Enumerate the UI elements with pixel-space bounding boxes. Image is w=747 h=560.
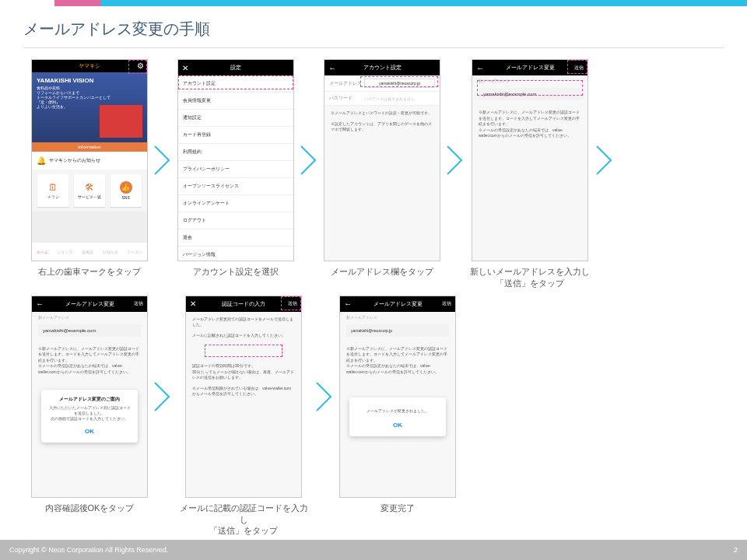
note-text: ※設定したアカウントは、アプリを閉じのデータを他のスマホで閲覧します。 xyxy=(324,121,440,138)
item-quit[interactable]: 退会 xyxy=(178,229,293,247)
item-card[interactable]: カード再登録 xyxy=(178,127,293,144)
back-icon[interactable]: ← xyxy=(328,64,336,72)
dialog-body: メールアドレスが変更されました。 xyxy=(356,408,440,414)
note-text: ※メールアドレスとパスワードの設定・変更が可能です。 xyxy=(324,106,440,121)
screen-header: ← メールアドレス変更 送信 xyxy=(32,296,147,312)
item-version[interactable]: バージョン情報 xyxy=(178,247,293,261)
password-label: パスワード xyxy=(329,95,364,102)
send-button[interactable]: 送信 xyxy=(134,300,143,307)
footer: Copyright © Neos Corporation All Rights … xyxy=(0,540,747,560)
page-title: メールアドレス変更の手順 xyxy=(0,6,747,47)
step-7: ← メールアドレス変更 送信 新メールアドレス yamakishi@neosco… xyxy=(339,296,456,514)
info-text: 認証コードの有効時間は30分です。 30分たってもメールが届かない場合は、再度、… xyxy=(186,359,301,386)
info-text: ※メール受信制限がされている場合は、value-wallet.comからメール受… xyxy=(186,386,301,402)
item-survey[interactable]: オンラインアンケート xyxy=(178,195,293,212)
email-label: メールアドレス xyxy=(329,80,364,87)
arrow-icon xyxy=(151,59,174,261)
brand-label: ヤマキシ xyxy=(79,63,100,68)
item-notify[interactable]: 通知設定 xyxy=(178,110,293,127)
item-logout[interactable]: ログアウト xyxy=(178,212,293,229)
tile-row: 🗓チラシ 🛠サービス一覧 👍SNS xyxy=(32,170,147,212)
tab-bar: ホーム ショップ 会員証 お知らせ クーポン xyxy=(32,242,147,261)
phone-screen-1: ヤマキシ ⚙ YAMAKISHI VISION 食料品や衣料、 リフォームからバ… xyxy=(31,59,148,261)
dialog-title: メールアドレス変更のご案内 xyxy=(47,396,132,403)
tab-coupon[interactable]: クーポン xyxy=(127,250,142,254)
phone-screen-2: ✕ 設定 アカウント設定 会員情報変更 通知設定 カード再登録 利用規約 プライ… xyxy=(177,59,294,261)
step-caption: 新しいメールアドレスを入力し 「送信」をタップ xyxy=(470,266,590,289)
note-text: ※新メールアドレスに、メールアドレス変更の認証コードを送付します。コードを入力し… xyxy=(472,105,587,144)
code-input-highlight[interactable] xyxy=(205,345,282,357)
item-oss[interactable]: オープンソースライセンス xyxy=(178,178,293,195)
tile-sns[interactable]: 👍SNS xyxy=(110,174,142,207)
highlight-input xyxy=(477,80,583,96)
field-label: 新メールアドレス xyxy=(340,312,455,320)
info-text: メールに記載された認証コードを入力してください。 xyxy=(186,333,301,344)
step-5: ← メールアドレス変更 送信 新メールアドレス yamakishi@exampl… xyxy=(31,296,148,514)
arrow-icon xyxy=(297,59,321,261)
step-row-1: ヤマキシ ⚙ YAMAKISHI VISION 食料品や衣料、 リフォームからバ… xyxy=(31,59,739,289)
item-member[interactable]: 会員情報変更 xyxy=(178,93,293,110)
close-icon[interactable]: ✕ xyxy=(182,64,188,72)
flyer-icon: 🗓 xyxy=(48,182,58,193)
ok-button[interactable]: OK xyxy=(356,420,440,430)
arrow-icon xyxy=(313,296,336,498)
step-2: ✕ 設定 アカウント設定 会員情報変更 通知設定 カード再登録 利用規約 プライ… xyxy=(177,59,294,278)
phone-screen-5: ← メールアドレス変更 送信 新メールアドレス yamakishi@exampl… xyxy=(31,296,148,498)
tile-services[interactable]: 🛠サービス一覧 xyxy=(74,174,105,207)
password-placeholder: パスワードは表示されません xyxy=(364,96,435,101)
confirm-dialog: メールアドレス変更のご案内 入力いただいたメールアドレス宛に認証コードを送信しま… xyxy=(41,390,138,443)
phone-screen-4: ← メールアドレス変更 送信 新メールアドレス yamakishi@exampl… xyxy=(472,59,588,261)
notice-bar[interactable]: 🔔 ヤマキシからのお知らせ xyxy=(32,152,147,170)
tile-label: SNS xyxy=(122,195,130,200)
hero-banner: YAMAKISHI VISION 食料品や衣料、 リフォームからバスまで トータ… xyxy=(32,72,147,142)
item-privacy[interactable]: プライバシーポリシー xyxy=(178,161,293,178)
hero-title: YAMAKISHI VISION xyxy=(37,77,142,84)
phone-screen-6: ✕ 認証コードの入力 送信 メールアドレス変更宛ての認証コードをメールで送信しま… xyxy=(185,296,302,498)
arrow-icon xyxy=(151,296,174,498)
header-title: アカウント設定 xyxy=(363,64,402,72)
back-icon[interactable]: ← xyxy=(476,64,484,72)
highlight-email xyxy=(360,76,438,87)
step-caption: 変更完了 xyxy=(381,502,415,514)
step-caption: アカウント設定を選択 xyxy=(193,266,279,278)
step-caption: 内容確認後OKをタップ xyxy=(45,502,135,514)
step-caption: メールアドレス欄をタップ xyxy=(331,266,433,278)
phone-screen-3: ← アカウント設定 メールアドレス yamakishi@neoscorp.jp … xyxy=(324,59,440,261)
header-title: メールアドレス変更 xyxy=(374,300,423,308)
note-text: ※新メールアドレスに、メールアドレス変更の認証コードを送付します。コードを入力し… xyxy=(32,341,147,380)
screen-header: ← メールアドレス変更 送信 xyxy=(340,296,455,312)
thumb-icon: 👍 xyxy=(120,181,132,194)
close-icon[interactable]: ✕ xyxy=(190,299,196,308)
ok-button[interactable]: OK xyxy=(47,426,132,436)
screen-header: ✕ 設定 xyxy=(178,60,293,75)
arrow-icon xyxy=(593,59,616,261)
done-dialog: メールアドレスが変更されました。 OK xyxy=(349,397,446,436)
item-terms[interactable]: 利用規約 xyxy=(178,144,293,161)
step-6: ✕ 認証コードの入力 送信 メールアドレス変更宛ての認証コードをメールで送信しま… xyxy=(177,296,310,537)
divider xyxy=(23,47,724,48)
send-button[interactable]: 送信 xyxy=(442,300,451,307)
tile-flyer[interactable]: 🗓チラシ xyxy=(37,174,68,207)
step-caption: 右上の歯車マークをタップ xyxy=(38,266,141,278)
info-text: メールアドレス変更宛ての認証コードをメールで送信しました。 xyxy=(186,312,301,333)
email-input[interactable]: yamakishi@example.com xyxy=(38,324,141,337)
page-number: 2 xyxy=(734,546,738,554)
tile-label: サービス一覧 xyxy=(78,194,101,199)
phone-screen-7: ← メールアドレス変更 送信 新メールアドレス yamakishi@neosco… xyxy=(339,296,456,498)
tab-card[interactable]: 会員証 xyxy=(82,250,93,254)
store-image xyxy=(100,105,142,138)
arrow-icon xyxy=(444,59,467,261)
tab-notice[interactable]: お知らせ xyxy=(103,250,118,254)
dialog-body: 入力いただいたメールアドレス宛に認証コードを送信しました。 次の画面で認証コード… xyxy=(47,405,132,422)
notice-text: ヤマキシからのお知らせ xyxy=(49,157,100,164)
tab-shop[interactable]: ショップ xyxy=(57,250,72,254)
tile-label: チラシ xyxy=(47,194,59,199)
back-icon[interactable]: ← xyxy=(36,299,44,308)
bell-icon: 🔔 xyxy=(37,156,46,165)
step-1: ヤマキシ ⚙ YAMAKISHI VISION 食料品や衣料、 リフォームからバ… xyxy=(31,59,148,278)
back-icon[interactable]: ← xyxy=(344,299,352,308)
email-input[interactable]: yamakishi@neoscorp.jp xyxy=(346,324,449,337)
tab-home[interactable]: ホーム xyxy=(37,250,48,254)
password-field[interactable]: パスワード パスワードは表示されません xyxy=(324,92,440,106)
step-4: ← メールアドレス変更 送信 新メールアドレス yamakishi@exampl… xyxy=(470,59,590,289)
